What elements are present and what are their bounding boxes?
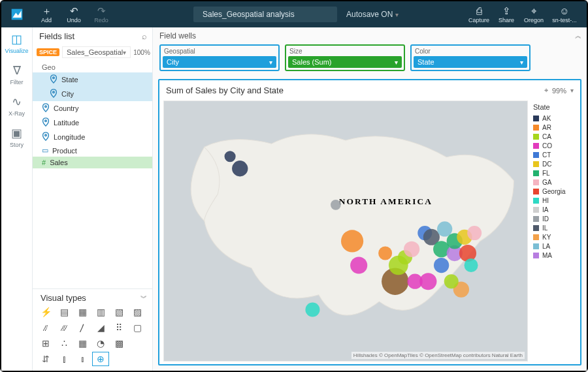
vt-line[interactable]: 〳 — [74, 321, 90, 334]
rail-story[interactable]: ▣Story — [1, 121, 33, 153]
map-bubble[interactable] — [467, 226, 482, 240]
vt-heatmap[interactable]: ▩ — [111, 337, 127, 350]
legend-item[interactable]: GA — [533, 178, 575, 187]
legend-item[interactable]: CO — [533, 141, 575, 150]
collapse-icon[interactable]: ︾ — [140, 294, 147, 303]
map-bubble[interactable] — [419, 273, 436, 290]
chevron-down-icon[interactable]: ▾ — [269, 59, 272, 66]
chevron-down-icon[interactable]: ▾ — [570, 87, 574, 94]
legend-item[interactable]: AK — [533, 114, 575, 123]
collapse-wells-icon[interactable]: ︽ — [575, 31, 581, 40]
vt-vbar-100[interactable]: ▨ — [129, 305, 145, 318]
field-country[interactable]: Country — [33, 101, 152, 116]
legend-item[interactable]: IL — [533, 223, 575, 232]
field-city[interactable]: City — [33, 87, 152, 101]
legend-swatch — [533, 198, 539, 204]
legend-swatch — [533, 134, 539, 140]
well-geospatial[interactable]: Geospatial City▾ — [159, 44, 280, 71]
capture-button[interactable]: ⎙Capture — [465, 1, 493, 27]
map-bubble[interactable] — [444, 274, 459, 288]
vt-blank1[interactable] — [129, 337, 145, 350]
field-longitude[interactable]: Longitude — [33, 130, 152, 144]
undo-button[interactable]: ↶Undo — [60, 1, 88, 27]
legend-item[interactable]: ID — [533, 214, 575, 223]
undo-icon: ↶ — [70, 6, 78, 16]
field-sales[interactable]: #Sales — [33, 157, 152, 168]
vt-combo2[interactable]: ⫻ — [56, 321, 72, 334]
vt-vbar[interactable]: ▥ — [93, 305, 108, 318]
legend-item[interactable]: IA — [533, 205, 575, 214]
chevron-down-icon[interactable]: ▾ — [520, 59, 523, 66]
app-logo[interactable] — [1, 1, 33, 27]
legend-label: ID — [542, 215, 549, 223]
legend-item[interactable]: DC — [533, 159, 575, 168]
autosave-toggle[interactable]: Autosave ON▾ — [342, 10, 402, 19]
legend-item[interactable]: HI — [533, 196, 575, 205]
map-bubble[interactable] — [305, 302, 319, 317]
map-bubble[interactable] — [434, 258, 449, 273]
map-bubble[interactable] — [225, 151, 236, 162]
map-bubble[interactable] — [404, 241, 419, 257]
vt-hbar[interactable]: ▤ — [56, 305, 72, 318]
vt-hbar-stacked[interactable]: ▦ — [74, 305, 90, 318]
vt-map[interactable]: ⊕ — [93, 352, 108, 365]
add-button[interactable]: ＋Add — [33, 1, 60, 27]
field-product[interactable]: ▭Product — [33, 144, 152, 157]
region-picker[interactable]: ⌖Oregon — [520, 1, 547, 27]
dataset-picker[interactable]: Sales_Geospatial▾ — [62, 46, 131, 58]
vt-bar-line2[interactable]: ⫾ — [74, 352, 90, 365]
legend-swatch — [533, 253, 539, 258]
camera-icon: ⎙ — [476, 6, 482, 16]
vt-bar-line[interactable]: ⫿ — [56, 352, 72, 365]
vt-scatter-a[interactable]: ⠿ — [111, 321, 127, 334]
vt-combo[interactable]: ⫽ — [38, 321, 54, 334]
map-bubble[interactable] — [378, 246, 392, 260]
vt-pivot[interactable]: ⊞ — [38, 337, 54, 350]
rail-filter[interactable]: ∇Filter — [1, 59, 33, 90]
chevron-down-icon: ▾ — [123, 49, 126, 56]
map-bubble[interactable] — [341, 230, 363, 252]
legend-item[interactable]: AR — [533, 123, 575, 132]
fields-panel: Fields list ⌕ SPICE Sales_Geospatial▾ 10… — [33, 27, 153, 371]
vt-pie[interactable]: ◔ — [93, 337, 108, 350]
map-bubble[interactable] — [465, 258, 478, 272]
well-color[interactable]: Color State▾ — [410, 44, 531, 71]
vt-vbar-stacked[interactable]: ▧ — [111, 305, 127, 318]
rail-visualize[interactable]: ◫Visualize — [1, 27, 33, 59]
legend-item[interactable]: LA — [533, 241, 575, 251]
vt-scatter[interactable]: ∴ — [56, 337, 72, 350]
map-canvas[interactable]: NORTH AMERICA Hillshades © OpenMapTiles … — [163, 101, 528, 362]
legend-item[interactable]: Georgia — [533, 187, 575, 196]
vt-table[interactable]: ⇵ — [38, 352, 54, 365]
plus-icon: ＋ — [42, 6, 52, 16]
share-button[interactable]: ⇪Share — [493, 1, 520, 27]
field-state[interactable]: State — [33, 72, 152, 87]
vt-treemap[interactable]: ▦ — [74, 337, 90, 350]
map-bubble[interactable] — [331, 200, 341, 210]
map-visual[interactable]: Sum of Sales by City and State ⌖ 99% ▾ — [158, 79, 581, 365]
analysis-title[interactable]: Sales_Geospatial analysis — [193, 7, 337, 22]
vt-auto[interactable]: ⚡ — [38, 305, 54, 318]
map-bubble[interactable] — [437, 221, 452, 236]
legend-item[interactable]: KY — [533, 232, 575, 241]
legend-item[interactable]: CA — [533, 132, 575, 141]
rail-xray[interactable]: ∿X-Ray — [1, 90, 33, 121]
map-bubble[interactable] — [350, 256, 367, 273]
vt-area[interactable]: ◢ — [93, 321, 108, 334]
chevron-down-icon[interactable]: ▾ — [395, 59, 398, 66]
legend-item[interactable]: CT — [533, 150, 575, 159]
well-size[interactable]: Size Sales (Sum)▾ — [285, 44, 405, 71]
legend-item[interactable]: MA — [533, 251, 575, 260]
location-icon: ⌖ — [544, 86, 548, 95]
user-icon: ☺ — [559, 6, 569, 16]
legend-item[interactable]: FL — [533, 168, 575, 178]
legend-swatch — [533, 189, 539, 194]
search-icon[interactable]: ⌕ — [142, 31, 147, 41]
field-latitude[interactable]: Latitude — [33, 116, 152, 130]
vt-kpi[interactable]: ▢ — [129, 321, 145, 334]
user-menu[interactable]: ☺sn-test-... — [547, 1, 581, 27]
redo-button[interactable]: ↷Redo — [88, 1, 115, 27]
map-bubble[interactable] — [232, 161, 248, 176]
fields-list-header: Fields list — [39, 31, 74, 41]
zoom-level: 99% — [552, 87, 566, 95]
